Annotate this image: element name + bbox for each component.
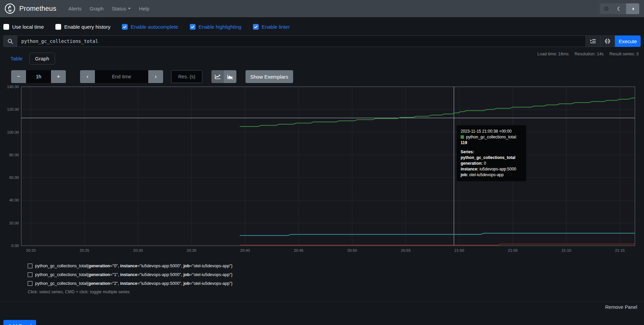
end-time-input[interactable]: End time: [95, 70, 148, 83]
add-panel-button[interactable]: Add Panel: [3, 320, 36, 325]
tooltip-series-name: python_gc_collections_total: [461, 155, 522, 161]
svg-text:21:00: 21:00: [455, 248, 464, 252]
graph-chart[interactable]: 20:2020:2520:3020:3520:4020:4520:5020:55…: [0, 83, 644, 256]
end-time-group: ‹ End time ›: [80, 70, 163, 83]
query-stats: Load time: 16ms Resolution: 14s Result s…: [533, 52, 639, 56]
legend-hint: Click: select series, CMD + click: toggl…: [28, 290, 130, 294]
query-expression-input[interactable]: python_gc_collections_total: [17, 35, 586, 47]
graph-controls: − 1h + ‹ End time › Res. (s) Show Exempl…: [11, 70, 293, 83]
svg-text:60.00: 60.00: [9, 175, 19, 180]
svg-text:21:05: 21:05: [508, 248, 518, 252]
legend-swatch: [28, 264, 32, 268]
time-forward-button[interactable]: ›: [148, 70, 163, 83]
nav-link-graph[interactable]: Graph: [85, 3, 108, 14]
checkbox-highlighting[interactable]: Enable highlighting: [190, 24, 241, 30]
query-row: python_gc_collections_total Execute: [3, 35, 641, 47]
checkbox-box[interactable]: [122, 24, 128, 30]
nav-link-help[interactable]: Help: [135, 3, 153, 14]
prometheus-logo-icon: [5, 3, 15, 14]
tooltip-label-job: job: otel-iu5devops-app: [461, 172, 522, 178]
tooltip-timestamp: 2023-11-15 21:00:38 +00:00: [461, 129, 522, 134]
svg-text:20:55: 20:55: [401, 248, 411, 252]
checkbox-label: Enable linter: [262, 24, 290, 30]
tooltip-label-generation: generation: 0: [461, 161, 522, 166]
time-back-button[interactable]: ‹: [80, 70, 95, 83]
show-exemplars-button[interactable]: Show Exemplars: [246, 70, 293, 83]
auto-contrast-icon[interactable]: ◑: [626, 3, 639, 14]
panel-tabs: Table Graph: [5, 53, 55, 64]
checkbox-box[interactable]: [55, 24, 61, 30]
panel-divider: [0, 301, 644, 302]
legend-swatch: [28, 272, 32, 277]
line-chart-button[interactable]: [211, 70, 224, 83]
checkbox-box[interactable]: [190, 24, 196, 30]
result-series: Result series: 3: [610, 52, 639, 56]
settings-gear-icon[interactable]: ⚙: [600, 3, 613, 14]
globe-icon: [604, 38, 611, 44]
format-expression-button[interactable]: [586, 35, 600, 47]
svg-text:20:45: 20:45: [294, 248, 304, 252]
options-row: Use local time Enable query history Enab…: [3, 21, 301, 32]
legend-item-generation-0[interactable]: python_gc_collections_total{generation="…: [28, 262, 232, 270]
range-group: − 1h +: [11, 70, 66, 83]
legend-swatch: [28, 281, 32, 286]
checkbox-query-history[interactable]: Enable query history: [55, 24, 110, 30]
chevron-down-icon: [128, 8, 131, 9]
brand[interactable]: Prometheus: [5, 3, 56, 14]
tooltip-series-heading: Series:: [461, 149, 522, 155]
format-indent-icon: [590, 38, 596, 44]
brand-title: Prometheus: [19, 5, 56, 12]
nav-link-status[interactable]: Status: [108, 3, 135, 14]
range-increase-button[interactable]: +: [51, 70, 66, 83]
checkbox-autocomplete[interactable]: Enable autocomplete: [122, 24, 178, 30]
range-decrease-button[interactable]: −: [11, 70, 26, 83]
nav-links: Alerts Graph Status Help: [65, 3, 153, 14]
remove-panel-link[interactable]: Remove Panel: [605, 304, 637, 310]
load-time: Load time: 16ms: [537, 52, 568, 56]
legend-item-generation-2[interactable]: python_gc_collections_total{generation="…: [28, 279, 232, 288]
checkbox-label: Use local time: [12, 24, 44, 30]
stacked-chart-icon: [227, 74, 233, 79]
checkbox-label: Enable highlighting: [199, 24, 241, 30]
svg-text:120.00: 120.00: [7, 107, 19, 111]
execute-button[interactable]: Execute: [615, 35, 641, 47]
chart-type-group: [211, 70, 236, 83]
svg-text:100.00: 100.00: [7, 130, 19, 134]
chart-canvas[interactable]: 20:2020:2520:3020:3520:4020:4520:5020:55…: [0, 83, 644, 256]
tab-graph[interactable]: Graph: [29, 53, 55, 64]
dark-mode-moon-icon[interactable]: ☾: [613, 3, 626, 14]
resolution: Resolution: 14s: [574, 52, 603, 56]
resolution-input[interactable]: Res. (s): [171, 70, 202, 83]
tab-table[interactable]: Table: [5, 53, 28, 64]
stacked-chart-button[interactable]: [224, 70, 236, 83]
tooltip-value-line: python_gc_collections_total: 119: [461, 134, 522, 146]
chart-legend: python_gc_collections_total{generation="…: [28, 262, 232, 288]
line-chart-icon: [215, 74, 221, 79]
checkbox-linter[interactable]: Enable linter: [253, 24, 290, 30]
tooltip-label-instance: instance: iu5devops-app:5000: [461, 166, 522, 172]
range-input[interactable]: 1h: [26, 70, 51, 83]
svg-text:20.00: 20.00: [9, 221, 19, 225]
svg-text:21:10: 21:10: [562, 248, 571, 252]
theme-toggle-group: ⚙ ☾ ◑: [600, 3, 639, 14]
navbar: Prometheus Alerts Graph Status Help ⚙ ☾ …: [0, 0, 644, 17]
svg-text:20:30: 20:30: [133, 248, 143, 252]
checkbox-box[interactable]: [253, 24, 259, 30]
nav-link-alerts[interactable]: Alerts: [65, 3, 85, 14]
svg-text:20:40: 20:40: [240, 248, 250, 252]
search-icon: [3, 35, 17, 47]
svg-text:20:35: 20:35: [187, 248, 197, 252]
legend-item-generation-1[interactable]: python_gc_collections_total{generation="…: [28, 270, 232, 279]
svg-text:20:25: 20:25: [80, 248, 89, 252]
checkbox-use-local-time[interactable]: Use local time: [3, 24, 44, 30]
checkbox-box[interactable]: [3, 24, 9, 30]
svg-text:20:20: 20:20: [26, 248, 36, 252]
metrics-explorer-button[interactable]: [600, 35, 615, 47]
series-swatch: [461, 135, 464, 139]
svg-text:140.00: 140.00: [7, 85, 19, 89]
svg-text:40.00: 40.00: [9, 198, 19, 202]
prometheus-app: Prometheus Alerts Graph Status Help ⚙ ☾ …: [0, 0, 644, 325]
chart-tooltip: 2023-11-15 21:00:38 +00:00 python_gc_col…: [457, 125, 526, 181]
svg-text:0.00: 0.00: [11, 244, 19, 248]
svg-text:21:15: 21:15: [615, 248, 625, 252]
